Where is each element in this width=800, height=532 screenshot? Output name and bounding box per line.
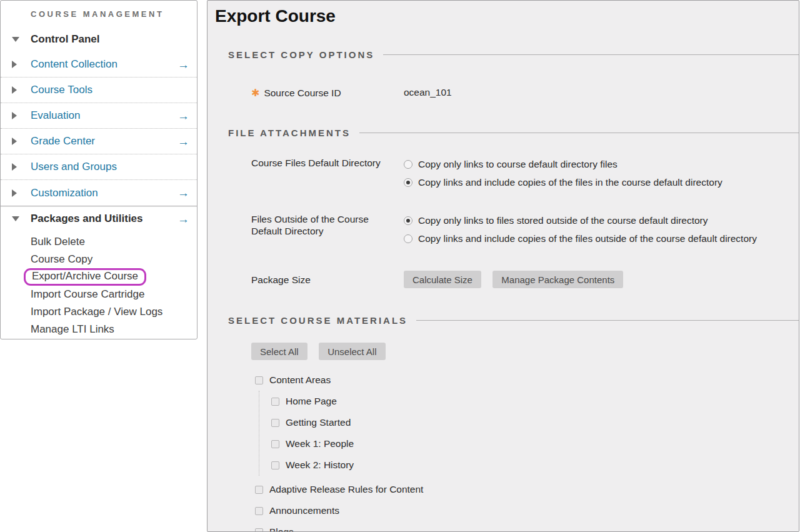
- unselect-all-button[interactable]: Unselect All: [319, 343, 385, 360]
- checkbox-icon[interactable]: [271, 461, 279, 469]
- manage-package-contents-button[interactable]: Manage Package Contents: [492, 271, 623, 288]
- checkbox-row-content-areas[interactable]: Content Areas: [255, 369, 799, 391]
- radio-selected-icon[interactable]: [404, 178, 412, 187]
- radio-copy-links-and-copies-outside[interactable]: Copy links and include copies of the fil…: [404, 233, 757, 244]
- arrow-right-icon[interactable]: →: [178, 136, 197, 148]
- checkbox-icon[interactable]: [255, 376, 263, 384]
- radio-selected-icon[interactable]: [404, 216, 412, 225]
- checkbox-row-announcements[interactable]: Announcements: [255, 500, 799, 521]
- course-copy-link[interactable]: Course Copy: [31, 253, 92, 266]
- files-outside-directory-label: Files Outside of the Course Default Dire…: [251, 213, 404, 237]
- list-item: Import Package / View Logs: [31, 303, 197, 321]
- export-course-panel: Export Course SELECT COPY OPTIONS ✱Sourc…: [207, 0, 799, 532]
- section-heading-label: FILE ATTACHMENTS: [228, 128, 351, 138]
- section-heading-copy-options: SELECT COPY OPTIONS: [228, 49, 799, 60]
- sidebar-item-packages-and-utilities[interactable]: Packages and Utilities →: [1, 206, 197, 231]
- arrow-right-icon[interactable]: →: [178, 187, 197, 199]
- content-areas-children: Home Page Getting Started Week 1: People…: [259, 391, 799, 476]
- checkbox-icon[interactable]: [271, 419, 279, 427]
- bulk-delete-link[interactable]: Bulk Delete: [31, 236, 85, 248]
- chevron-right-icon[interactable]: [12, 112, 31, 119]
- course-files-default-directory-label: Course Files Default Directory: [251, 157, 404, 169]
- packages-submenu: Bulk Delete Course Copy Export/Archive C…: [1, 231, 197, 344]
- grade-center-link[interactable]: Grade Center: [31, 135, 95, 148]
- section-heading-course-materials: SELECT COURSE MATERIALS: [228, 315, 799, 326]
- course-tools-link[interactable]: Course Tools: [31, 84, 92, 96]
- radio-copy-only-links-default[interactable]: Copy only links to course default direct…: [404, 159, 722, 170]
- sidebar-item-evaluation[interactable]: Evaluation →: [1, 103, 197, 129]
- arrow-right-icon[interactable]: →: [178, 213, 197, 225]
- radio-group-outside-directory: Copy only links to files stored outside …: [404, 213, 757, 244]
- arrow-right-icon[interactable]: →: [178, 110, 197, 122]
- radio-icon[interactable]: [404, 160, 412, 169]
- files-outside-directory-row: Files Outside of the Course Default Dire…: [251, 213, 799, 244]
- section-rule: [383, 54, 799, 55]
- package-size-buttons: Calculate Size Manage Package Contents: [404, 271, 623, 288]
- course-files-default-directory-row: Course Files Default Directory Copy only…: [251, 157, 799, 188]
- sidebar-item-control-panel[interactable]: Control Panel: [1, 27, 197, 52]
- control-panel-label: Control Panel: [31, 33, 100, 46]
- chevron-down-icon[interactable]: [12, 216, 31, 221]
- radio-icon[interactable]: [404, 234, 412, 243]
- package-size-row: Package Size Calculate Size Manage Packa…: [251, 271, 799, 288]
- sidebar-item-course-tools[interactable]: Course Tools: [1, 78, 197, 103]
- highlight-ring: Export/Archive Course: [24, 268, 146, 286]
- content-collection-link[interactable]: Content Collection: [31, 58, 118, 71]
- checkbox-icon[interactable]: [255, 528, 263, 532]
- radio-group-default-directory: Copy only links to course default direct…: [404, 157, 722, 188]
- section-rule: [416, 320, 799, 321]
- sidebar-item-content-collection[interactable]: Content Collection →: [1, 52, 197, 78]
- source-course-id-label: ✱Source Course ID: [251, 87, 404, 99]
- export-archive-course-link[interactable]: Export/Archive Course: [32, 270, 138, 282]
- list-item: Export/Archive Course: [31, 268, 197, 286]
- sidebar-item-customization[interactable]: Customization →: [1, 180, 197, 206]
- checkbox-row-home-page[interactable]: Home Page: [271, 391, 799, 412]
- package-size-label: Package Size: [251, 274, 404, 286]
- chevron-down-icon[interactable]: [12, 37, 31, 42]
- list-item: Manage LTI Links: [31, 321, 197, 338]
- chevron-right-icon[interactable]: [12, 138, 31, 145]
- select-all-row: Select All Unselect All: [251, 343, 799, 360]
- arrow-right-icon[interactable]: →: [178, 59, 197, 71]
- chevron-right-icon[interactable]: [12, 189, 31, 197]
- section-heading-label: SELECT COURSE MATERIALS: [228, 315, 408, 326]
- radio-copy-links-and-copies-default[interactable]: Copy links and include copies of the fil…: [404, 177, 722, 188]
- users-and-groups-link[interactable]: Users and Groups: [31, 161, 117, 173]
- checkbox-row-getting-started[interactable]: Getting Started: [271, 412, 799, 433]
- chevron-right-icon[interactable]: [12, 163, 31, 171]
- required-icon: ✱: [251, 88, 259, 98]
- evaluation-link[interactable]: Evaluation: [31, 109, 80, 122]
- section-rule: [359, 133, 799, 133]
- course-management-panel: COURSE MANAGEMENT Control Panel Content …: [0, 0, 198, 339]
- import-package-view-logs-link[interactable]: Import Package / View Logs: [31, 306, 162, 318]
- checkbox-row-week-2-history[interactable]: Week 2: History: [271, 454, 799, 476]
- checkbox-icon[interactable]: [255, 507, 263, 515]
- source-course-id-value: ocean_101: [404, 87, 452, 98]
- checkbox-icon[interactable]: [271, 440, 279, 448]
- select-all-button[interactable]: Select All: [251, 343, 308, 360]
- list-item: Import Course Cartridge: [31, 286, 197, 303]
- customization-link[interactable]: Customization: [31, 187, 98, 199]
- section-heading-label: SELECT COPY OPTIONS: [228, 49, 374, 60]
- source-course-id-row: ✱Source Course ID ocean_101: [251, 87, 799, 99]
- course-materials-list: Content Areas Home Page Getting Started …: [255, 369, 799, 532]
- manage-lti-links-link[interactable]: Manage LTI Links: [31, 323, 114, 336]
- calculate-size-button[interactable]: Calculate Size: [404, 271, 481, 288]
- checkbox-row-week-1-people[interactable]: Week 1: People: [271, 433, 799, 454]
- sidebar-item-grade-center[interactable]: Grade Center →: [1, 129, 197, 154]
- checkbox-icon[interactable]: [271, 398, 279, 406]
- section-heading-file-attachments: FILE ATTACHMENTS: [228, 128, 799, 138]
- sidebar-item-users-and-groups[interactable]: Users and Groups: [1, 154, 197, 180]
- checkbox-row-blogs[interactable]: Blogs: [255, 521, 799, 532]
- page-title: Export Course: [215, 6, 799, 27]
- import-course-cartridge-link[interactable]: Import Course Cartridge: [31, 288, 144, 301]
- packages-and-utilities-label: Packages and Utilities: [31, 213, 143, 225]
- chevron-right-icon[interactable]: [12, 86, 31, 94]
- chevron-right-icon[interactable]: [12, 61, 31, 68]
- list-item: Bulk Delete: [31, 233, 197, 251]
- radio-copy-only-links-outside[interactable]: Copy only links to files stored outside …: [404, 215, 757, 226]
- sidebar-title: COURSE MANAGEMENT: [1, 1, 197, 19]
- checkbox-icon[interactable]: [255, 486, 263, 494]
- list-item: Course Copy: [31, 251, 197, 268]
- checkbox-row-adaptive-release[interactable]: Adaptive Release Rules for Content: [255, 479, 799, 500]
